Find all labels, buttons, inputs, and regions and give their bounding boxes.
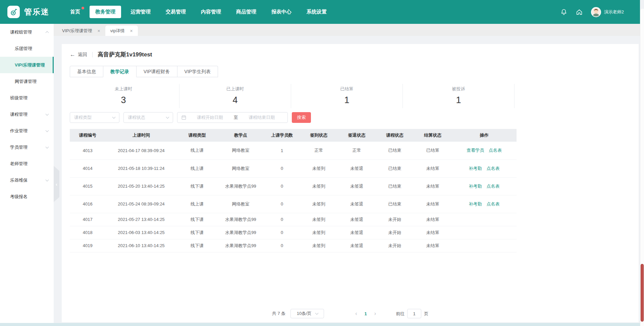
cell-course_status: 未开始 [376,239,414,252]
open-tab-vip-theory-course-mgmt[interactable]: VIP/乐理课管理× [57,26,105,36]
sidebar: 课程组管理乐团管理VIP/乐理课管理网管课管理班级管理课程管理作业管理学员管理老… [0,24,54,323]
cell-course_status: 未开始 [376,226,414,239]
stat-label: 被投诉 [403,86,514,92]
action-link[interactable]: 补考勤 [469,201,482,207]
page-title: 高音萨克斯1v199test [98,51,152,58]
open-tabs-bar: VIP/乐理课管理×vip详情× [54,24,640,36]
tab-vip-student-list[interactable]: VIP学生列表 [177,66,218,77]
cell-students: 1 [264,142,300,159]
page-size-select[interactable]: 10条/页 [290,309,324,318]
current-page[interactable]: 1 [363,311,368,316]
action-link[interactable]: 点名表 [486,183,499,189]
tab-vip-course-finance[interactable]: VIP课程财务 [137,66,177,77]
next-page-button[interactable]: › [373,311,377,317]
cell-checkout: 未签退 [338,177,376,195]
close-icon[interactable]: × [98,28,100,34]
sidebar-item-label: 考级报名 [10,194,28,200]
action-link[interactable]: 点名表 [486,166,499,172]
sidebar-item-label: 作业管理 [10,128,28,134]
cell-actions [452,239,517,252]
action-link[interactable]: 查看学员 [467,147,484,153]
chevron-down-icon [112,115,116,119]
bell-icon[interactable] [560,8,568,16]
navbar-right: 演示老师2 [560,0,624,24]
goto-page-input[interactable] [407,309,421,318]
cell-checkin: 未签到 [300,195,338,213]
nav-item-reports[interactable]: 报表中心 [266,6,297,18]
back-arrow-icon: ← [70,52,75,57]
action-link[interactable]: 点名表 [486,201,499,207]
stat-label: 已结算 [291,86,402,92]
scrollbar-thumb[interactable] [641,264,644,322]
stat-value: 3 [68,95,179,105]
records-table: 课程编号上课时间课程类型教学点上课学员数签到状态签退状态课程状态结算状态操作 4… [70,129,517,252]
sidebar-item-class-mgmt[interactable]: 班级管理 [0,90,54,106]
brand[interactable]: 管乐迷 [0,6,64,18]
sidebar-menu: 课程组管理乐团管理VIP/乐理课管理网管课管理班级管理课程管理作业管理学员管理老… [0,24,54,205]
nav-item-academic[interactable]: 教务管理 [90,6,121,18]
action-link[interactable]: 点名表 [489,147,502,153]
cell-settlement: 未结算 [414,159,452,177]
column-header: 签退状态 [338,129,376,142]
cell-time: 2021-06-10 13:40-14:25 [106,239,177,252]
action-link[interactable]: 补考勤 [469,166,482,172]
chevron-down-icon [46,112,49,115]
sidebar-collapse-handle[interactable]: ‹ [54,166,59,202]
sidebar-item-vip-theory-course-mgmt[interactable]: VIP/乐理课管理 [0,57,54,73]
sidebar-item-homework-mgmt[interactable]: 作业管理 [0,123,54,139]
close-icon[interactable]: × [130,28,132,34]
goto-label: 前往 [396,311,405,316]
tab-basic-info[interactable]: 基本信息 [70,66,103,77]
bottom-strip [0,323,640,326]
sidebar-item-label: 网管课管理 [15,79,37,85]
column-header: 上课时间 [106,129,177,142]
sidebar-item-student-mgmt[interactable]: 学员管理 [0,139,54,155]
sidebar-item-course-mgmt[interactable]: 课程管理 [0,106,54,123]
nav-item-operations[interactable]: 运营管理 [125,6,156,18]
cell-location: 水果湖教学点99 [217,226,264,239]
cell-checkin: 未签到 [300,213,338,226]
nav-item-home[interactable]: 首页 [64,6,86,18]
search-button[interactable]: 搜索 [292,112,311,123]
cell-type: 线下课 [177,226,217,239]
sidebar-item-label: 乐团管理 [15,46,32,52]
date-start-placeholder: 课程开始日期 [188,114,232,121]
date-range-picker[interactable]: 课程开始日期 至 课程结束日期 [177,112,288,123]
cell-actions: 补考勤点名表 [452,195,517,213]
user-menu[interactable]: 演示老师2 [591,7,624,17]
back-button[interactable]: ← 返回 [70,52,87,58]
nav-item-transactions[interactable]: 交易管理 [160,6,192,18]
course-status-placeholder: 课程状态 [128,114,145,121]
tab-teaching-records[interactable]: 教学记录 [103,66,137,77]
nav-item-products[interactable]: 商品管理 [230,6,262,18]
prev-page-button[interactable]: ‹ [354,311,358,317]
cell-actions: 查看学员点名表 [452,142,517,159]
cell-students: 0 [264,213,300,226]
sidebar-item-orchestra-mgmt[interactable]: 乐团管理 [0,40,54,57]
open-tab-vip-detail[interactable]: vip详情× [105,26,138,36]
stat-value: 4 [179,95,291,105]
stat-label: 未上课时 [68,86,179,92]
sidebar-item-course-group-mgmt[interactable]: 课程组管理 [0,24,54,40]
brand-logo-icon [7,6,20,18]
cell-actions: 补考勤点名表 [452,177,517,195]
course-type-select[interactable]: 课程类型 [70,112,119,123]
action-link[interactable]: 补考勤 [469,183,482,189]
sidebar-item-teacher-mgmt[interactable]: 老师管理 [0,155,54,172]
nav-item-content[interactable]: 内容管理 [195,6,227,18]
cell-checkin: 正常 [300,142,338,159]
sidebar-item-exam-registration[interactable]: 考级报名 [0,188,54,205]
course-status-select[interactable]: 课程状态 [123,112,173,123]
collapse-arrow-icon: ‹ [56,181,57,187]
cell-settlement: 未结算 [414,239,452,252]
cell-type: 线上课 [177,195,217,213]
vertical-scrollbar[interactable] [640,9,644,326]
nav-item-settings[interactable]: 系统设置 [301,6,332,18]
home-icon[interactable] [576,8,583,16]
sidebar-item-online-course-mgmt[interactable]: 网管课管理 [0,73,54,90]
cell-course_status: 已结束 [376,159,414,177]
sidebar-item-instrument-maintenance[interactable]: 乐器维保 [0,172,54,188]
avatar [591,7,601,17]
cell-location: 网络教室 [217,159,264,177]
cell-checkout: 未签退 [338,159,376,177]
